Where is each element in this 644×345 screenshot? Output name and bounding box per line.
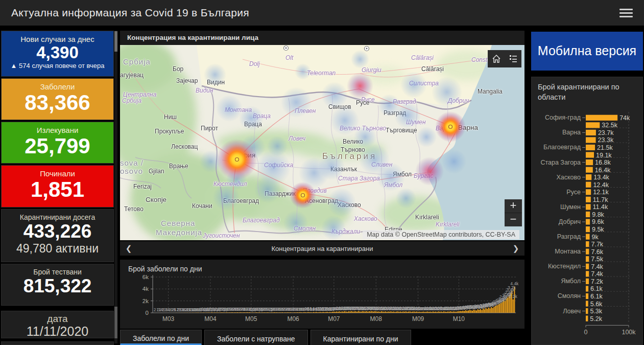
map-attribution: Map data © OpenStreetMap contributors, C… bbox=[363, 230, 519, 239]
region-value: 9.6k bbox=[592, 218, 604, 225]
map-carousel: ❮ Концентрация на карантинирани ❯ bbox=[120, 241, 524, 256]
region-bar[interactable] bbox=[586, 249, 589, 255]
region-bar[interactable] bbox=[586, 301, 588, 306]
region-bar[interactable] bbox=[586, 137, 596, 143]
region-bar[interactable] bbox=[586, 279, 589, 284]
region-bar[interactable] bbox=[586, 226, 590, 232]
region-bar[interactable] bbox=[586, 122, 600, 128]
region-value: 9.8k bbox=[592, 211, 604, 218]
scrollbar-thumb-bottom[interactable] bbox=[114, 307, 117, 338]
svg-text:0: 0 bbox=[146, 310, 149, 316]
region-value: 7.7k bbox=[591, 241, 603, 248]
region-value: 6.1k bbox=[590, 293, 603, 300]
region-bar[interactable] bbox=[586, 271, 589, 277]
scrollbar-thumb-top[interactable] bbox=[114, 31, 117, 52]
mobile-version-label: Мобилна версия bbox=[538, 42, 636, 60]
region-label: Монтана bbox=[555, 248, 581, 255]
region-value: 23.7k bbox=[598, 129, 614, 136]
page-title: Актуална информация за Covid 19 в Българ… bbox=[11, 7, 249, 19]
zoom-in-button[interactable]: + bbox=[505, 199, 522, 213]
region-bar[interactable] bbox=[586, 145, 595, 150]
region-bar[interactable] bbox=[586, 159, 593, 165]
covid-dashboard: Актуална информация за Covid 19 в Българ… bbox=[0, 0, 644, 345]
svg-text:M05: M05 bbox=[245, 315, 257, 323]
stat-label: Брой тествани bbox=[2, 264, 113, 276]
region-bar[interactable] bbox=[586, 182, 591, 188]
region-bar[interactable] bbox=[586, 174, 591, 180]
region-value: 12.4k bbox=[593, 181, 609, 189]
region-bar[interactable] bbox=[586, 204, 591, 210]
quarantined-by-region-chart[interactable]: София-град74k32.5kВарна23.7k23.3kБлагоев… bbox=[532, 109, 643, 345]
stat-value: 25,799 bbox=[2, 134, 113, 157]
region-bar[interactable] bbox=[586, 256, 589, 262]
region-bar[interactable] bbox=[586, 308, 588, 314]
region-value: 11.7k bbox=[593, 196, 608, 203]
region-bar[interactable] bbox=[586, 130, 596, 135]
svg-text:2: 2 bbox=[154, 307, 156, 312]
map[interactable]: СрбијаагујевацБорЗајечарВидинВидинЦентра… bbox=[120, 45, 524, 240]
daily-chart-panel: Брой заболели по дни M03M04M05M06M07M08M… bbox=[120, 260, 524, 329]
stat-card-infected: Заболели83,366 bbox=[1, 78, 114, 120]
svg-text:M09: M09 bbox=[412, 315, 424, 323]
chart-tabs: Заболели по дниЗаболели с натрупванеКара… bbox=[120, 330, 524, 345]
tab-заболели-с-натрупване[interactable]: Заболели с натрупване bbox=[204, 330, 307, 345]
stat-label: Карантинирани досега bbox=[2, 210, 113, 221]
region-bar[interactable] bbox=[586, 219, 590, 224]
zoom-out-button[interactable]: − bbox=[505, 213, 522, 226]
svg-text:M03: M03 bbox=[162, 315, 175, 323]
region-bar[interactable] bbox=[586, 197, 591, 202]
region-value: 5.2k bbox=[590, 315, 602, 323]
chevron-left-icon[interactable]: ❮ bbox=[120, 244, 137, 253]
daily-bar-labels: 2132415364162851271510189221425113016342… bbox=[154, 281, 519, 312]
region-label: Смолян bbox=[558, 292, 581, 300]
region-bar[interactable] bbox=[586, 241, 589, 247]
region-value: 19.1k bbox=[596, 152, 612, 159]
region-label: Кюстендил bbox=[548, 263, 581, 270]
region-value: 9k bbox=[592, 234, 599, 241]
region-bar[interactable] bbox=[586, 286, 588, 291]
region-bar[interactable] bbox=[586, 264, 589, 269]
region-value: 11.4k bbox=[593, 203, 608, 211]
tab-карантинирани-по-дни[interactable]: Карантинирани по дни bbox=[311, 330, 411, 345]
region-label: Благоевград bbox=[543, 144, 581, 151]
region-label: София-град bbox=[545, 114, 581, 121]
home-icon[interactable] bbox=[491, 54, 502, 64]
stat-value: 4,390 bbox=[2, 43, 113, 62]
stat-card-tested: Брой тествани815,322 bbox=[1, 264, 114, 306]
stat-value: 11/11/2020 bbox=[2, 325, 113, 338]
chevron-right-icon[interactable]: ❯ bbox=[507, 244, 524, 253]
svg-text:4.4k: 4.4k bbox=[510, 281, 519, 286]
tab-заболели-по-дни[interactable]: Заболели по дни bbox=[120, 330, 202, 345]
map-section: Концентрация на карантинирани лица bbox=[120, 31, 524, 256]
region-label: Стара Загора bbox=[540, 159, 581, 166]
region-value: 32.5k bbox=[602, 122, 617, 129]
region-bar[interactable] bbox=[586, 212, 590, 217]
region-value: 5.6k bbox=[590, 301, 603, 308]
region-value: 7.6k bbox=[591, 248, 603, 256]
region-bar[interactable] bbox=[586, 189, 591, 195]
regions-chart-title: Брой карантинирани по области bbox=[532, 77, 642, 103]
region-label: Русе bbox=[566, 189, 581, 196]
region-value: 7.4k bbox=[591, 270, 603, 278]
hamburger-menu-icon[interactable] bbox=[619, 9, 633, 17]
region-label: Добрич bbox=[559, 218, 581, 225]
legend-icon[interactable] bbox=[508, 54, 518, 64]
region-bar[interactable] bbox=[586, 316, 588, 321]
stat-card-new_cases: Нови случаи за днес4,390▲ 574 случая пов… bbox=[1, 31, 114, 77]
mobile-version-button[interactable]: Мобилна версия bbox=[531, 32, 643, 71]
stats-scrollbar[interactable] bbox=[114, 31, 117, 343]
daily-cases-chart[interactable]: M03M04M05M06M07M08M09M1002k4k6k213241536… bbox=[120, 273, 524, 328]
region-value: 16.4k bbox=[595, 167, 611, 174]
region-bar[interactable] bbox=[586, 115, 617, 121]
svg-text:2k: 2k bbox=[142, 298, 149, 304]
region-bar[interactable] bbox=[586, 167, 593, 173]
region-value: 7.4k bbox=[591, 263, 603, 270]
region-bar[interactable] bbox=[586, 293, 588, 299]
svg-text:100k: 100k bbox=[622, 329, 636, 336]
region-label: Ловеч bbox=[563, 308, 581, 315]
app-header: Актуална информация за Covid 19 в Българ… bbox=[0, 0, 644, 27]
svg-text:M08: M08 bbox=[370, 315, 383, 323]
region-bar[interactable] bbox=[586, 152, 594, 157]
stat-label: Излекувани bbox=[2, 122, 113, 134]
region-bar[interactable] bbox=[586, 234, 590, 239]
